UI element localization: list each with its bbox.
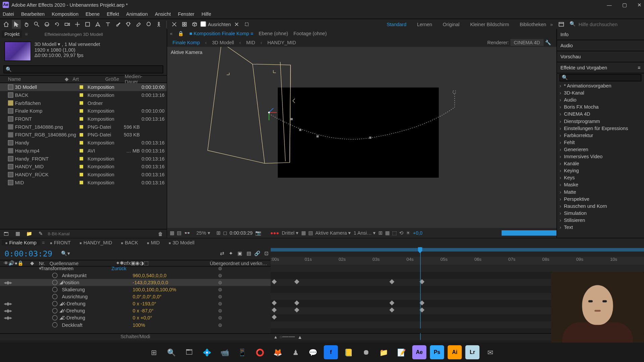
zoom-tool[interactable] [32, 20, 41, 28]
tl-opt-3[interactable]: ▣ [235, 249, 244, 258]
camera-dropdown[interactable]: Aktive Kamera ▾ [315, 230, 351, 236]
comp-tab-lock[interactable]: 🔒 [178, 31, 184, 37]
breadcrumb-item[interactable]: HANDY_MID [267, 40, 296, 45]
property-row[interactable]: ▾TransformierenZurück⊚ [0, 265, 271, 272]
menu-ansicht[interactable]: Ansicht [155, 11, 171, 17]
property-row[interactable]: ◂◆▸◢Y-Drehung0 x -87,0°⊚ [0, 307, 271, 314]
switches-label[interactable]: Schalter/Modi [0, 334, 271, 341]
project-item[interactable]: BACKKomposition0:00:13:16 [0, 91, 167, 99]
effect-category[interactable]: Perspektive [557, 195, 644, 202]
effects-panel-header[interactable]: Effekte und Vorgaben≡ [557, 62, 644, 73]
channel-icon[interactable]: ▤ [177, 230, 181, 236]
workspace-lernen[interactable]: Lernen [417, 21, 432, 27]
menu-ebene[interactable]: Ebene [86, 11, 100, 17]
timeline-tab[interactable]: 3D Modell [165, 240, 198, 245]
tl-opt-2[interactable]: ✦ [226, 249, 235, 258]
zoom-in-icon[interactable]: ▲ [298, 335, 302, 340]
views-dropdown[interactable]: 1 Ansi… ▾ [354, 230, 376, 236]
timeline-tab[interactable]: Finale Komp [2, 240, 40, 245]
timeline-search[interactable]: 🔍▾ [61, 251, 70, 256]
brush-tool[interactable] [114, 20, 122, 28]
audio-panel[interactable]: Audio [557, 40, 644, 51]
project-item[interactable]: FRONTKomposition0:00:13:16 [0, 115, 167, 123]
effect-category[interactable]: Fehlt [557, 139, 644, 146]
workspace-standard[interactable]: Standard [387, 21, 407, 27]
interpret-icon[interactable]: 🗔 [2, 229, 10, 238]
3d-icon[interactable] [190, 20, 199, 28]
project-item[interactable]: FRONT_1840886.pngPNG-Datei596 KB [0, 123, 167, 131]
effect-category[interactable]: Text [557, 224, 644, 231]
project-item[interactable]: MIDKomposition0:00:13:16 [0, 179, 167, 187]
taskbar-app[interactable]: Ai [448, 345, 462, 359]
effect-category[interactable]: Audio [557, 96, 644, 103]
pen-tool[interactable] [93, 20, 102, 28]
orbit-tool[interactable] [43, 20, 51, 28]
workspace-bibliotheken[interactable]: Bibliotheken [520, 21, 546, 27]
info-panel[interactable]: Info [557, 29, 644, 40]
rect-tool[interactable] [83, 20, 92, 28]
menu-bearbeiten[interactable]: Bearbeiten [21, 11, 45, 17]
snap-icon[interactable] [170, 20, 178, 28]
grid-icon[interactable] [180, 20, 189, 28]
clone-tool[interactable] [124, 20, 132, 28]
timeline-tab[interactable]: BACK [117, 240, 142, 245]
project-item[interactable]: 3D ModellKomposition0:00:10:00 [0, 83, 167, 91]
property-row[interactable]: Ankerpunkt960,0,540,0,0,0⊚ [0, 272, 271, 279]
renderer-dropdown[interactable]: CINEMA 4D [510, 39, 543, 46]
guides-icon[interactable]: ▤ [308, 230, 313, 236]
taskbar-app[interactable]: Ae [412, 345, 426, 359]
effect-category[interactable]: * Animationsvorgaben [557, 82, 644, 89]
project-item[interactable]: Handy_FRONTKomposition0:00:13:16 [0, 155, 167, 163]
taskbar-app[interactable]: ⊞ [147, 345, 161, 359]
breadcrumb-item[interactable]: 3D Modell [212, 40, 234, 45]
tl-opt-6[interactable]: ⊡ [262, 249, 271, 258]
renderer-settings-icon[interactable]: 🔧 [545, 40, 551, 45]
selection-tool[interactable] [12, 20, 21, 28]
taskbar-app[interactable]: Ps [430, 345, 444, 359]
effect-category[interactable]: Einstellungen für Expressions [557, 125, 644, 132]
pan-behind-tool[interactable] [73, 20, 82, 28]
layer-tab[interactable]: Ebene (ohne) [259, 31, 288, 36]
new-comp-icon[interactable]: ▦ [13, 229, 22, 238]
tl-opt-1[interactable]: ⇄ [218, 249, 226, 258]
project-item[interactable]: HandyKomposition0:00:13:16 [0, 139, 167, 147]
taskbar-app[interactable]: 🦊 [271, 345, 285, 359]
effect-category[interactable]: Dienstprogramm [557, 118, 644, 125]
menu-hilfe[interactable]: Hilfe [202, 11, 211, 17]
snapshot-icon[interactable]: 📷 [255, 230, 261, 236]
effect-category[interactable]: Matte [557, 188, 644, 195]
effect-category[interactable]: Simulation [557, 209, 644, 217]
taskbar-app[interactable]: 📁 [377, 345, 391, 359]
property-row[interactable]: ◂◆▸◢X-Drehung0 x -193,0°⊚ [0, 300, 271, 307]
timeline-tab[interactable]: MID [144, 240, 163, 245]
maximize-button[interactable]: ▢ [622, 2, 627, 8]
comp-tab-back[interactable]: « [170, 31, 172, 36]
color-channel-icon[interactable]: ●●● [270, 230, 279, 236]
roto-tool[interactable] [144, 20, 153, 28]
breadcrumb-item[interactable]: MID [246, 40, 255, 45]
taskbar-app[interactable]: ⭕ [253, 345, 267, 359]
effect-category[interactable]: Keys [557, 174, 644, 181]
effect-category[interactable]: Kanäle [557, 160, 644, 167]
tool-icon-1[interactable]: ⊞ [378, 230, 382, 236]
tool-icon-3[interactable]: ⬚ [392, 230, 396, 236]
timeline-tab[interactable]: FRONT [47, 240, 74, 245]
home-icon[interactable] [2, 20, 10, 28]
menu-fenster[interactable]: Fenster [178, 11, 194, 17]
project-search[interactable]: 🔍 [4, 65, 163, 73]
tool-icon-2[interactable]: ▦ [385, 230, 389, 236]
property-row[interactable]: Ausrichtung0,0°,0,0°,0,0°⊚ [0, 293, 271, 300]
zoom-out-icon[interactable]: ▴ [274, 334, 277, 340]
effect-controls-tab[interactable]: Effekteinstellungen 3D Modell [42, 31, 106, 38]
effect-category[interactable]: Farbkorrektur [557, 132, 644, 139]
workspace-original[interactable]: Original [443, 21, 460, 27]
effect-category[interactable]: Boris FX Mocha [557, 104, 644, 111]
taskbar-app[interactable]: 📝 [394, 345, 409, 359]
taskbar-app[interactable]: ♟ [288, 345, 303, 359]
alpha-icon[interactable]: ▦ [170, 230, 174, 236]
effect-category[interactable]: Immersives Video [557, 153, 644, 160]
zoom-dropdown[interactable]: 25% ▾ [193, 230, 214, 236]
hand-tool[interactable] [22, 20, 31, 28]
timeline-tab[interactable]: HANDY_MID [76, 240, 116, 245]
taskbar-app[interactable]: 📹 [218, 345, 232, 359]
